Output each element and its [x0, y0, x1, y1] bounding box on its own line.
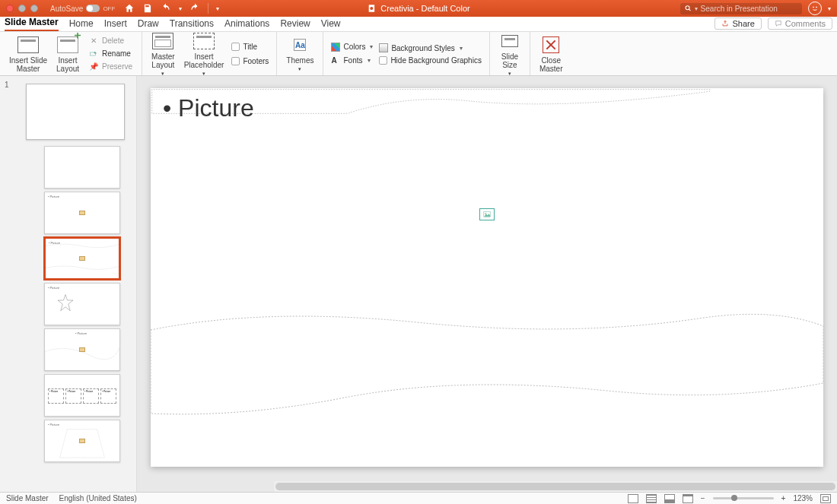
titlebar-right: ▾ ▾ — [680, 2, 831, 15]
tab-insert[interactable]: Insert — [104, 16, 127, 31]
redo-icon[interactable] — [189, 3, 200, 14]
delete-button[interactable]: ✕Delete — [87, 35, 134, 47]
scrollbar-thumb[interactable] — [275, 483, 835, 490]
preserve-icon: 📌 — [88, 62, 99, 72]
zoom-in-button[interactable]: + — [781, 494, 786, 502]
rename-icon — [88, 49, 99, 59]
title-checkbox[interactable]: Title — [231, 43, 269, 51]
insert-slide-master-button[interactable]: Insert Slide Master — [8, 33, 49, 74]
svg-point-5 — [816, 7, 817, 8]
master-number: 1 — [3, 81, 11, 89]
colors-icon — [331, 43, 340, 52]
tab-home[interactable]: Home — [69, 16, 94, 31]
layout-thumbnail-6[interactable]: • Picture • Picture • Picture • Picture — [44, 374, 120, 417]
insert-placeholder-label: Insert Placeholder — [184, 52, 224, 69]
background-styles-button[interactable]: Background Styles — [379, 43, 482, 53]
close-master-button[interactable]: Close Master — [538, 33, 565, 74]
group-close: Close Master — [530, 32, 572, 75]
placeholder-checks: Title Footers — [231, 43, 269, 65]
home-icon[interactable] — [124, 3, 135, 14]
layout-thumbnail-5[interactable]: • Picture — [44, 328, 120, 371]
zoom-window-button[interactable] — [30, 5, 38, 12]
fonts-label: Fonts — [343, 56, 362, 65]
title-check-label: Title — [243, 43, 257, 51]
layout-thumbnail-3[interactable]: • Picture — [44, 237, 120, 280]
account-dropdown-icon[interactable]: ▾ — [828, 5, 831, 12]
comments-button[interactable]: Comments — [768, 17, 832, 30]
zoom-level[interactable]: 123% — [793, 494, 813, 502]
ribbon: Insert Slide Master Insert Layout ✕Delet… — [0, 32, 837, 76]
layout-thumbnail-1[interactable] — [44, 146, 120, 189]
search-input[interactable] — [701, 5, 797, 13]
autosave-switch[interactable] — [86, 5, 100, 12]
close-window-button[interactable] — [6, 5, 14, 12]
master-thumbnail[interactable] — [26, 84, 125, 140]
zoom-slider[interactable] — [713, 497, 774, 499]
insert-slide-master-label: Insert Slide Master — [9, 56, 47, 73]
insert-layout-button[interactable]: Insert Layout — [55, 33, 81, 74]
autosave-toggle[interactable]: AutoSave OFF — [50, 5, 115, 13]
fit-to-window-button[interactable] — [820, 494, 831, 503]
separator — [208, 3, 208, 14]
fonts-button[interactable]: AFonts — [331, 55, 373, 66]
zoom-slider-knob[interactable] — [731, 495, 737, 501]
share-button[interactable]: Share — [714, 17, 761, 30]
status-mode: Slide Master — [6, 494, 49, 502]
tab-slide-master[interactable]: Slide Master — [5, 14, 59, 31]
status-language[interactable]: English (United States) — [59, 494, 137, 502]
undo-icon[interactable] — [161, 3, 171, 14]
zoom-out-button[interactable]: − — [701, 494, 705, 502]
reading-view-button[interactable] — [664, 494, 675, 503]
delete-icon: ✕ — [88, 36, 99, 46]
svg-point-4 — [813, 7, 814, 8]
search-box[interactable]: ▾ — [680, 3, 802, 14]
checkbox-icon — [379, 56, 387, 65]
autosave-state: OFF — [103, 5, 115, 12]
hide-bg-checkbox[interactable]: Hide Background Graphics — [379, 56, 482, 65]
normal-view-button[interactable] — [628, 494, 638, 503]
slide-canvas-area[interactable]: Picture — [137, 76, 837, 492]
autosave-label: AutoSave — [50, 5, 83, 13]
colors-button[interactable]: Colors — [331, 42, 373, 52]
save-icon[interactable] — [142, 3, 153, 14]
bg-styles-icon — [379, 43, 388, 52]
customize-qat-icon[interactable]: ▾ — [216, 5, 219, 12]
slide-title-placeholder[interactable]: Picture — [163, 94, 254, 122]
slide-size-label: Slide Size — [501, 52, 518, 69]
master-edit-list: ✕Delete Rename 📌Preserve — [87, 35, 134, 73]
checkbox-icon — [231, 43, 240, 51]
layout-thumbnail-7[interactable]: • Picture — [44, 420, 120, 462]
tab-view[interactable]: View — [321, 16, 341, 31]
master-layout-label: Master Layout — [151, 52, 175, 69]
group-edit-master: Insert Slide Master Insert Layout ✕Delet… — [0, 32, 142, 75]
undo-dropdown-icon[interactable]: ▾ — [179, 5, 182, 12]
master-layout-button[interactable]: Master Layout ▾ — [150, 30, 177, 78]
footers-checkbox[interactable]: Footers — [231, 57, 269, 65]
close-master-label: Close Master — [539, 56, 563, 73]
picture-placeholder-icon[interactable] — [479, 208, 495, 220]
minimize-window-button[interactable] — [18, 5, 26, 12]
statusbar: Slide Master English (United States) − +… — [0, 492, 837, 504]
slide-size-icon — [501, 35, 518, 47]
tab-animations[interactable]: Animations — [224, 16, 269, 31]
slide-sorter-view-button[interactable] — [646, 494, 657, 503]
layout-thumbnail-2[interactable]: • Picture — [44, 192, 120, 234]
rename-button[interactable]: Rename — [87, 48, 134, 60]
slideshow-view-button[interactable] — [683, 494, 693, 503]
bg-styles-label: Background Styles — [391, 44, 454, 52]
picture-placeholder-outline — [151, 284, 823, 436]
insert-placeholder-button[interactable]: Insert Placeholder ▾ — [183, 30, 226, 78]
layout-thumbnail-4[interactable]: • Picture — [44, 283, 120, 325]
slide-thumbnails-panel[interactable]: 1 • Picture • Picture • Picture • Pictur… — [0, 76, 137, 492]
ribbon-tabs: Slide Master Home Insert Draw Transition… — [0, 17, 837, 32]
preserve-button[interactable]: 📌Preserve — [87, 61, 134, 73]
slide-size-button[interactable]: Slide Size ▾ — [498, 30, 522, 78]
slide-canvas[interactable]: Picture — [151, 88, 823, 467]
search-dropdown-icon[interactable]: ▾ — [695, 5, 698, 12]
tab-review[interactable]: Review — [280, 16, 310, 31]
horizontal-scrollbar[interactable] — [274, 481, 837, 492]
themes-button[interactable]: Aa Themes ▾ — [285, 33, 315, 74]
checkbox-icon — [231, 57, 240, 65]
account-icon[interactable] — [808, 2, 822, 15]
share-icon — [721, 20, 729, 27]
